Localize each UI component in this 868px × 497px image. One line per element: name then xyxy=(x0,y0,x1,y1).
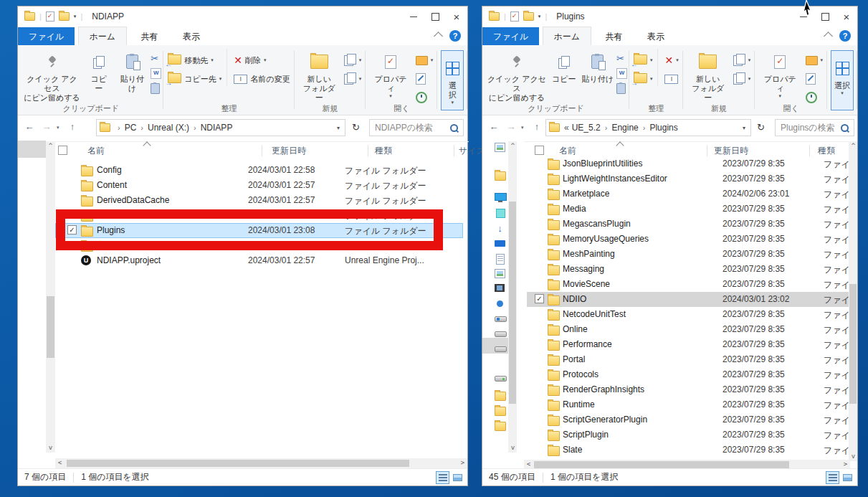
recent-locations-chevron-icon[interactable]: ▾ xyxy=(521,125,524,131)
file-row[interactable]: RenderGraphInsights2023/07/29 8:35ファイル xyxy=(527,382,850,397)
new-folder-icon[interactable] xyxy=(59,12,70,21)
up-button[interactable]: ↑ xyxy=(65,121,80,132)
breadcrumb-item[interactable]: NDIAPP xyxy=(201,123,233,133)
horizontal-scrollbar[interactable]: < > xyxy=(55,458,467,468)
address-dropdown-icon[interactable]: ▾ xyxy=(335,125,342,131)
videos-icon[interactable] xyxy=(495,284,505,292)
file-row[interactable]: ScriptGeneratorPlugin2023/07/29 8:35ファイル xyxy=(527,412,850,427)
file-row[interactable]: NetcodeUnitTest2023/07/29 8:35ファイル xyxy=(527,307,850,322)
open-button[interactable]: ▾ xyxy=(803,53,826,67)
file-row[interactable]: Marketplace2024/02/06 23:01ファイル xyxy=(527,186,850,202)
folder-icon[interactable] xyxy=(495,171,506,181)
file-row[interactable]: MeshPainting2023/07/29 8:35ファイル xyxy=(527,247,850,262)
scroll-down-icon[interactable]: v xyxy=(508,443,518,453)
copy-to-button[interactable]: → コピー先▾ xyxy=(166,72,224,86)
select-all-checkbox[interactable] xyxy=(535,146,544,155)
address-dropdown-icon[interactable]: ▾ xyxy=(740,125,748,131)
paste-button[interactable]: 貼り付け xyxy=(578,49,616,85)
folder-icon[interactable] xyxy=(489,12,500,21)
search-input[interactable]: NDIAPPの検索 xyxy=(369,119,464,136)
column-type[interactable]: 種類 xyxy=(375,145,392,157)
breadcrumb-item[interactable]: Engine xyxy=(611,123,638,133)
cut-icon[interactable]: ✂ xyxy=(616,53,627,64)
select-button[interactable]: 選択 ▾ xyxy=(831,50,854,110)
scroll-down-icon[interactable]: v xyxy=(46,443,55,453)
navigation-pane[interactable] xyxy=(18,140,46,453)
folder-icon[interactable] xyxy=(24,12,35,21)
row-checkbox[interactable]: ✓ xyxy=(67,225,77,235)
pictures-icon[interactable] xyxy=(495,143,505,152)
scroll-left-icon[interactable]: < xyxy=(55,458,65,468)
details-view-button[interactable] xyxy=(436,471,449,484)
qat-customize-chevron-icon[interactable]: ▾ xyxy=(74,14,77,19)
edit-button[interactable] xyxy=(803,72,826,86)
network-drive-icon[interactable] xyxy=(495,376,507,382)
breadcrumb-item[interactable]: UE_5.2 xyxy=(572,123,601,133)
this-pc-icon[interactable] xyxy=(495,193,507,201)
file-row[interactable]: LightWeightInstancesEditor2023/07/29 8:3… xyxy=(527,171,850,186)
file-row[interactable]: Saved2024/03/01 23:07ファイル フォルダー xyxy=(55,238,463,253)
folder-icon[interactable] xyxy=(495,422,506,431)
scrollbar-thumb[interactable] xyxy=(849,284,857,404)
windows-drive-icon[interactable] xyxy=(495,316,507,322)
file-row[interactable]: MegascansPlugin2023/07/29 8:35ファイル xyxy=(527,217,850,232)
delete-button[interactable]: ✕ 削除▾ xyxy=(232,53,292,67)
music-icon[interactable] xyxy=(497,300,503,307)
history-button[interactable] xyxy=(803,90,826,105)
file-row[interactable]: Runtime2023/07/29 8:35ファイル xyxy=(527,397,850,412)
paste-shortcut-icon[interactable] xyxy=(151,83,160,94)
search-input[interactable]: Pluginsの検索 xyxy=(775,119,854,136)
tab-home[interactable]: ホーム xyxy=(78,27,128,45)
easy-access-button[interactable]: ▾ xyxy=(342,53,364,67)
column-date[interactable]: 更新日時 xyxy=(272,145,306,157)
rename-button[interactable]: I 名前の変更 xyxy=(232,72,292,86)
recent-locations-chevron-icon[interactable]: ▾ xyxy=(57,125,59,131)
column-name[interactable]: 名前 xyxy=(87,145,105,157)
file-row[interactable]: ✓NDIIO2024/03/01 23:02ファイル xyxy=(527,292,850,307)
minimize-button[interactable] xyxy=(403,6,424,27)
desktop-icon[interactable] xyxy=(495,240,505,247)
refresh-icon[interactable]: ↻ xyxy=(757,122,765,133)
breadcrumb-bar[interactable]: ›PC›Unreal (X:)›NDIAPP ▾ xyxy=(96,119,345,136)
history-button[interactable] xyxy=(414,90,436,105)
file-row[interactable]: Config2024/03/01 22:58ファイル フォルダー xyxy=(55,163,463,178)
back-button[interactable]: ← xyxy=(487,121,501,132)
file-row[interactable]: ✓Plugins2024/03/01 23:08ファイル フォルダー xyxy=(55,223,463,238)
scroll-up-icon[interactable]: ^ xyxy=(46,141,55,151)
new-folder-button[interactable]: 新しい フォルダー xyxy=(685,49,731,105)
folder-icon[interactable] xyxy=(495,392,506,401)
file-row[interactable]: MovieScene2023/07/29 8:35ファイル xyxy=(527,277,850,292)
column-type[interactable]: 種類 xyxy=(818,145,835,157)
forward-button[interactable]: → xyxy=(504,121,518,132)
delete-button[interactable]: ✕▾ xyxy=(662,53,680,67)
properties-button[interactable]: プロパティ ▾ xyxy=(368,49,413,101)
easy-access-button[interactable]: ▾ xyxy=(731,53,753,67)
collapse-ribbon-icon[interactable] xyxy=(824,32,833,41)
nav-scrollbar[interactable]: ^ v xyxy=(508,141,517,453)
move-to-button[interactable]: ← 移動先▾ xyxy=(166,53,224,67)
refresh-icon[interactable]: ↻ xyxy=(352,122,360,133)
select-all-checkbox[interactable] xyxy=(58,146,67,155)
scrollbar-thumb[interactable] xyxy=(534,461,789,468)
new-item-button[interactable]: ▾ xyxy=(731,72,753,86)
properties-button[interactable]: プロパティ ▾ xyxy=(757,49,803,101)
copy-path-icon[interactable]: W xyxy=(616,68,627,79)
cut-icon[interactable]: ✂ xyxy=(151,53,161,64)
file-row[interactable]: Intermediate2024/03/01 23:07ファイル フォルダー xyxy=(55,208,463,223)
properties-icon[interactable] xyxy=(46,11,54,22)
file-row[interactable]: Media2023/07/29 8:35ファイル xyxy=(527,202,850,217)
file-row[interactable]: Slate2023/07/29 8:35ファイル xyxy=(527,442,850,458)
downloads-icon[interactable]: ↓ xyxy=(495,224,505,233)
new-item-button[interactable]: ▾ xyxy=(342,72,364,86)
file-row[interactable]: DerivedDataCache2024/03/01 22:57ファイル フォル… xyxy=(55,193,463,208)
file-row[interactable]: Performance2023/07/29 8:35ファイル xyxy=(527,337,850,352)
file-row[interactable]: ScriptPlugin2023/07/29 8:35ファイル xyxy=(527,427,850,442)
vertical-scrollbar[interactable]: ^ v xyxy=(849,141,857,461)
local-disk-icon[interactable] xyxy=(495,331,507,337)
scroll-right-icon[interactable]: > xyxy=(458,458,467,468)
new-folder-icon[interactable] xyxy=(523,12,534,21)
tab-file[interactable]: ファイル xyxy=(482,27,539,46)
move-to-button[interactable]: ←▾ xyxy=(631,53,655,67)
documents-icon[interactable] xyxy=(496,254,505,265)
folder-icon[interactable] xyxy=(495,407,506,416)
